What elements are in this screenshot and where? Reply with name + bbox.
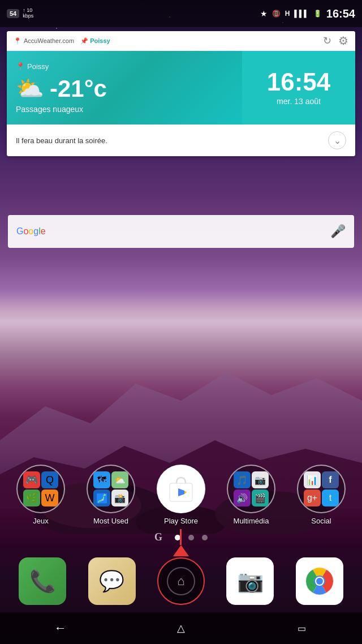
weather-footer: Il fera beau durant la soirée. ⌄ xyxy=(7,124,355,156)
app-multimedia-circle: 🎵 📷 🔊 🎬 xyxy=(227,465,275,513)
weather-temp-row: ⛅ -21°c xyxy=(16,75,233,102)
chrome-icon-svg xyxy=(305,566,334,596)
bluetooth-icon: ★ xyxy=(260,9,268,18)
status-left: 54 ↑ 10 kbps xyxy=(7,8,33,19)
social-icon-fb: f xyxy=(322,471,339,488)
weather-temperature: -21°c xyxy=(50,75,107,102)
jeux-icon-3: 🌿 xyxy=(23,490,40,506)
home-nav-icon: △ xyxy=(177,622,185,634)
back-icon: ← xyxy=(54,621,67,636)
page-dot-3[interactable] xyxy=(202,535,208,540)
mostused-icon-1: 🗺 xyxy=(93,471,110,488)
weather-source-text: AccuWeather.com xyxy=(24,37,74,44)
weather-location-header: 📌 Poissy xyxy=(80,37,110,45)
weather-source: 📍 AccuWeather.com 📌 Poissy xyxy=(14,37,110,45)
folder-social-grid: 📊 f g+ t xyxy=(304,471,339,506)
mostused-icon-3: 🗾 xyxy=(93,490,110,506)
search-bar[interactable]: Google 🎤 xyxy=(8,215,354,248)
data-unit: kbps xyxy=(23,14,33,19)
bottom-dock: 📞 💬 ⌂ 📷 xyxy=(0,550,362,612)
recents-icon: ▭ xyxy=(298,623,306,634)
location-icon: 📍 xyxy=(16,62,25,71)
weather-condition-icon: ⛅ xyxy=(16,75,44,102)
social-icon-tw: t xyxy=(322,490,339,506)
dock-messages[interactable]: 💬 xyxy=(88,557,136,605)
nav-bar: ← △ ▭ xyxy=(0,612,362,644)
social-icon-1: 📊 xyxy=(304,471,321,488)
app-jeux-label: Jeux xyxy=(33,517,48,525)
chevron-down-icon: ⌄ xyxy=(334,135,341,146)
app-play-store-circle xyxy=(157,465,205,513)
home-inner-ring: ⌂ xyxy=(167,567,195,595)
multi-icon-3: 🔊 xyxy=(234,490,251,506)
settings-icon[interactable]: ⚙ xyxy=(338,34,348,48)
app-jeux-circle: 🎮 Q 🌿 W xyxy=(16,465,65,513)
status-badge: 54 xyxy=(7,9,19,18)
status-data: ↑ 10 kbps xyxy=(23,8,33,19)
messages-icon: 💬 xyxy=(99,569,124,593)
jeux-icon-1: 🎮 xyxy=(23,471,40,488)
app-most-used[interactable]: 🗺 ⛅ 🗾 📸 Most Used xyxy=(87,465,135,525)
google-logo: Google xyxy=(16,226,46,237)
dock-chrome[interactable] xyxy=(296,557,343,605)
app-most-used-label: Most Used xyxy=(93,517,128,525)
apps-row: 🎮 Q 🌿 W Jeux 🗺 ⛅ 🗾 📸 Most Used xyxy=(0,465,362,525)
weather-description: Passages nuageux xyxy=(16,105,233,114)
signal-muted-icon: 📵 xyxy=(272,10,281,18)
jeux-icon-4: W xyxy=(41,490,58,506)
weather-main: 📍 Poissy ⛅ -21°c Passages nuageux 16:54 … xyxy=(7,51,355,124)
app-play-store[interactable]: Play Store xyxy=(157,465,205,525)
weather-location-display: 📍 Poissy xyxy=(16,62,233,71)
folder-multi-grid: 🎵 📷 🔊 🎬 xyxy=(234,471,269,506)
weather-left-panel: 📍 Poissy ⛅ -21°c Passages nuageux xyxy=(7,51,242,124)
page-dot-2[interactable] xyxy=(188,535,194,540)
weather-expand-button[interactable]: ⌄ xyxy=(328,131,346,149)
svg-point-15 xyxy=(316,578,323,585)
google-g-dot: G xyxy=(154,531,162,543)
app-jeux[interactable]: 🎮 Q 🌿 W Jeux xyxy=(16,465,65,525)
app-social-label: Social xyxy=(311,517,331,525)
play-store-icon-svg xyxy=(165,473,197,505)
pin-icon2: 📌 xyxy=(80,37,88,44)
app-multimedia[interactable]: 🎵 📷 🔊 🎬 Multimédia xyxy=(227,465,275,525)
app-most-used-circle: 🗺 ⛅ 🗾 📸 xyxy=(87,465,135,513)
nav-recents-button[interactable]: ▭ xyxy=(285,616,318,641)
battery-icon: 🔋 xyxy=(313,10,322,18)
mic-icon[interactable]: 🎤 xyxy=(330,224,346,239)
dock-phone[interactable]: 📞 xyxy=(19,557,66,605)
app-multimedia-label: Multimédia xyxy=(234,517,269,525)
folder-mostused-grid: 🗺 ⛅ 🗾 📸 xyxy=(93,471,128,506)
dock-camera[interactable]: 📷 xyxy=(226,557,274,605)
app-play-store-label: Play Store xyxy=(164,517,198,525)
folder-jeux-grid: 🎮 Q 🌿 W xyxy=(23,471,58,506)
refresh-icon[interactable]: ↻ xyxy=(323,35,331,47)
h-network-icon: H xyxy=(285,10,290,18)
weather-clock: 16:54 xyxy=(267,70,331,95)
camera-icon: 📷 xyxy=(237,569,264,594)
weather-widget: 📍 AccuWeather.com 📌 Poissy ↻ ⚙ 📍 Poissy … xyxy=(7,31,355,156)
home-btn-container: ⌂ xyxy=(157,557,205,605)
home-arrow-line xyxy=(180,529,182,545)
status-bar: 54 ↑ 10 kbps ★ 📵 H ▌▌▌ 🔋 16:54 xyxy=(0,0,362,27)
mostused-icon-4: 📸 xyxy=(111,490,128,506)
jeux-icon-2: Q xyxy=(41,471,58,488)
multi-icon-4: 🎬 xyxy=(252,490,269,506)
home-button[interactable]: ⌂ xyxy=(157,557,205,605)
nav-home-button[interactable]: △ xyxy=(164,616,198,641)
home-arrow-up xyxy=(173,545,189,556)
status-right: ★ 📵 H ▌▌▌ 🔋 16:54 xyxy=(260,7,355,20)
multi-icon-1: 🎵 xyxy=(234,471,251,488)
status-time: 16:54 xyxy=(326,7,355,20)
signal-bars-icon: ▌▌▌ xyxy=(294,10,309,18)
mostused-icon-2: ⛅ xyxy=(111,471,128,488)
location-pin-icon: 📍 xyxy=(14,37,21,45)
multi-icon-2: 📷 xyxy=(252,471,269,488)
home-icon: ⌂ xyxy=(177,574,184,589)
phone-icon: 📞 xyxy=(29,569,56,594)
app-social-circle: 📊 f g+ t xyxy=(297,465,346,513)
weather-date: mer. 13 août xyxy=(277,97,321,106)
app-social[interactable]: 📊 f g+ t Social xyxy=(297,465,346,525)
social-icon-g: g+ xyxy=(304,490,321,506)
nav-back-button[interactable]: ← xyxy=(44,616,77,641)
weather-header: 📍 AccuWeather.com 📌 Poissy ↻ ⚙ xyxy=(7,31,355,51)
